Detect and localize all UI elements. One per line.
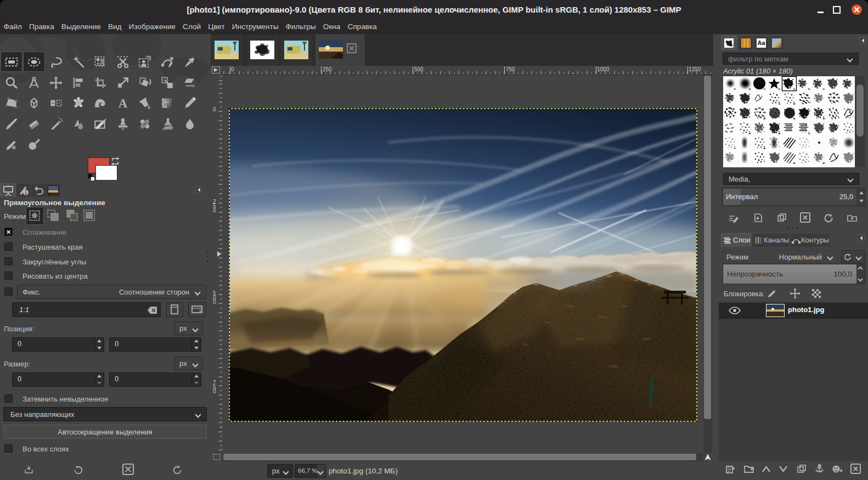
svg-text:+: +	[763, 87, 766, 92]
svg-text:+: +	[778, 101, 781, 106]
svg-text:+: +	[822, 161, 825, 166]
svg-text:+: +	[822, 116, 825, 121]
svg-text:+: +	[734, 146, 736, 151]
svg-text:+: +	[822, 87, 825, 92]
svg-text:+: +	[748, 87, 751, 92]
svg-text:+: +	[763, 146, 766, 151]
svg-text:+: +	[734, 87, 736, 92]
svg-text:+: +	[808, 131, 810, 136]
svg-text:+: +	[793, 101, 796, 106]
svg-text:+: +	[778, 87, 781, 92]
svg-text:i: i	[25, 190, 27, 196]
svg-text:+: +	[793, 161, 796, 166]
svg-text:+: +	[808, 87, 810, 92]
svg-text:+: +	[748, 131, 751, 136]
svg-text:+: +	[778, 131, 781, 136]
svg-text:+: +	[793, 116, 796, 121]
svg-text:+: +	[763, 116, 766, 121]
